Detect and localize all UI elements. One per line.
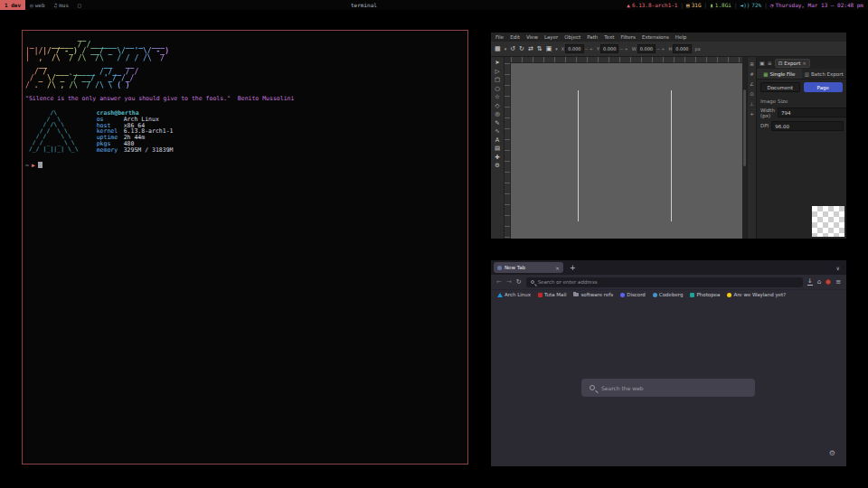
export-width-input[interactable]	[778, 108, 846, 117]
snap-grid-icon[interactable]: #	[750, 71, 754, 77]
box3d-tool-icon[interactable]: ◇	[495, 103, 500, 109]
menu-edit[interactable]: Edit	[510, 34, 520, 40]
layout-icon[interactable]: □	[78, 2, 81, 8]
menu-path[interactable]: Path	[587, 34, 598, 40]
snap-angle-icon[interactable]: ∠	[750, 81, 754, 87]
units-dropdown[interactable]: px	[695, 46, 701, 52]
close-icon[interactable]: ×	[802, 61, 807, 66]
star-tool-icon[interactable]: ☆	[495, 94, 500, 100]
forward-button[interactable]: →	[506, 279, 512, 286]
workspace-tag-mus[interactable]: ♫ mus	[50, 0, 73, 10]
menu-extensions[interactable]: Extensions	[642, 34, 669, 40]
page-button[interactable]: Page	[804, 82, 844, 92]
export-area-buttons: Document Page	[757, 80, 846, 95]
snap-intersection-icon[interactable]: +	[750, 111, 754, 117]
menu-text[interactable]: Text	[604, 34, 614, 40]
plus-stepper[interactable]: +	[625, 46, 628, 52]
snap-perpendicular-icon[interactable]: ⊥	[750, 101, 754, 107]
menu-help[interactable]: Help	[675, 34, 687, 40]
width-field[interactable]: W 0.000 − +	[632, 44, 665, 53]
rectangle-tool-icon[interactable]: ▢	[495, 77, 500, 83]
document-button[interactable]: Document	[760, 82, 800, 92]
ellipse-tool-icon[interactable]: ○	[495, 86, 500, 92]
pencil-tool-icon[interactable]: ✎	[495, 120, 499, 127]
export-dialog-tab[interactable]: ⊡ Export ×	[775, 59, 810, 68]
x-coordinate-field[interactable]: X 0.000 − +	[561, 44, 593, 53]
node-tool-icon[interactable]: ▷	[495, 69, 500, 75]
disk-icon: ▤	[686, 2, 690, 8]
selection-mode-icon[interactable]: ▦	[495, 46, 501, 52]
extension-icon[interactable]	[826, 279, 831, 285]
snap-bbox-icon[interactable]: ⊞	[750, 61, 754, 67]
canvas-scrollbar[interactable]	[742, 57, 747, 239]
objects-dialog-icon[interactable]: ▣	[760, 60, 765, 66]
selector-tool-icon[interactable]: ➤	[495, 60, 499, 66]
url-input[interactable]	[538, 279, 798, 285]
web-search-input[interactable]	[601, 385, 747, 391]
workspace-tag-dev[interactable]: 1 dev	[0, 0, 25, 10]
minus-stepper[interactable]: −	[656, 46, 660, 52]
horizontal-ruler[interactable]	[511, 57, 742, 63]
terminal-window[interactable]: __ _ _____ / /______ __ _ ___ | |/|/ / -…	[22, 30, 468, 465]
menu-file[interactable]: File	[495, 34, 504, 40]
home-button[interactable]: ⌂	[817, 279, 821, 286]
bookmark-codeberg[interactable]: Codeberg	[653, 292, 684, 297]
plus-stepper[interactable]: +	[661, 46, 665, 52]
snap-center-icon[interactable]: ⊙	[750, 91, 754, 97]
scrollbar-thumb[interactable]	[743, 89, 746, 165]
rotate-cw-icon[interactable]: ↻	[519, 46, 524, 52]
reload-button[interactable]: ↻	[516, 279, 522, 286]
ascii-banner: __ _ _____ / /______ __ _ ___ | |/|/ / -…	[25, 34, 467, 89]
menu-button[interactable]: ≡	[835, 279, 841, 286]
gradient-tool-icon[interactable]: ▤	[495, 145, 500, 152]
bookmark-are-we-wayland-yet[interactable]: Are we Wayland yet?	[727, 292, 786, 297]
workspace-tag-web[interactable]: ◎ web	[25, 0, 49, 10]
chevron-down-icon[interactable]: ▾	[555, 46, 558, 52]
page-settings-gear-icon[interactable]: ⚙	[829, 450, 835, 457]
height-field[interactable]: H 0.000	[668, 44, 691, 53]
tab-new-tab[interactable]: New Tab ×	[494, 262, 563, 273]
bookmark-folder-software-refs[interactable]: software refs	[573, 292, 613, 297]
minus-stepper[interactable]: −	[585, 46, 589, 52]
x-value[interactable]: 0.000	[565, 44, 583, 53]
export-dpi-input[interactable]	[771, 121, 844, 131]
vertical-ruler[interactable]	[505, 63, 511, 239]
tab-single-file[interactable]: ▦ Single File	[757, 69, 802, 79]
close-icon[interactable]: ×	[555, 265, 560, 271]
rotate-ccw-icon[interactable]: ↺	[510, 46, 515, 52]
calligraphy-tool-icon[interactable]: ∿	[495, 128, 499, 135]
shell-prompt[interactable]: ~ ▶	[25, 162, 467, 169]
y-coordinate-field[interactable]: Y 0.000 − +	[597, 44, 628, 53]
back-button[interactable]: ←	[496, 279, 502, 286]
flip-horizontal-icon[interactable]: ⇄	[528, 46, 533, 52]
downloads-button[interactable]: ↓	[807, 278, 813, 286]
bookmark-photopea[interactable]: Photopea	[690, 292, 720, 297]
h-value[interactable]: 0.000	[673, 44, 691, 53]
y-value[interactable]: 0.000	[600, 44, 618, 53]
menu-object[interactable]: Object	[564, 34, 580, 40]
drawing-canvas[interactable]	[511, 63, 742, 239]
minus-stepper[interactable]: −	[619, 46, 623, 52]
menu-view[interactable]: View	[526, 34, 538, 40]
flip-vertical-icon[interactable]: ⇅	[537, 46, 542, 52]
w-value[interactable]: 0.000	[637, 44, 656, 53]
list-tabs-chevron-icon[interactable]: ∨	[836, 265, 840, 271]
text-tool-icon[interactable]: A	[495, 137, 499, 144]
preferences-icon[interactable]: ⚙	[495, 163, 500, 169]
url-bar[interactable]	[526, 277, 803, 287]
chevron-down-icon[interactable]: ▾	[505, 46, 507, 52]
layers-dialog-icon[interactable]: ≡	[768, 60, 772, 66]
tab-batch-export[interactable]: ▥ Batch Export	[802, 69, 847, 79]
bbox-mode-icon[interactable]: ▣	[546, 46, 552, 52]
menu-layer[interactable]: Layer	[544, 34, 558, 40]
spiral-tool-icon[interactable]: ◎	[495, 111, 500, 117]
new-tab-page: ⚙	[491, 299, 846, 466]
plus-stepper[interactable]: +	[590, 46, 593, 52]
bookmark-discord[interactable]: Discord	[620, 292, 646, 297]
dropper-tool-icon[interactable]: ✚	[495, 155, 499, 161]
web-search-box[interactable]	[581, 379, 755, 397]
bookmark-tuta-mail[interactable]: Tuta Mail	[538, 292, 566, 297]
bookmark-arch-linux[interactable]: Arch Linux	[497, 292, 531, 297]
new-tab-button[interactable]: +	[570, 264, 576, 272]
menu-filters[interactable]: Filters	[620, 34, 636, 40]
